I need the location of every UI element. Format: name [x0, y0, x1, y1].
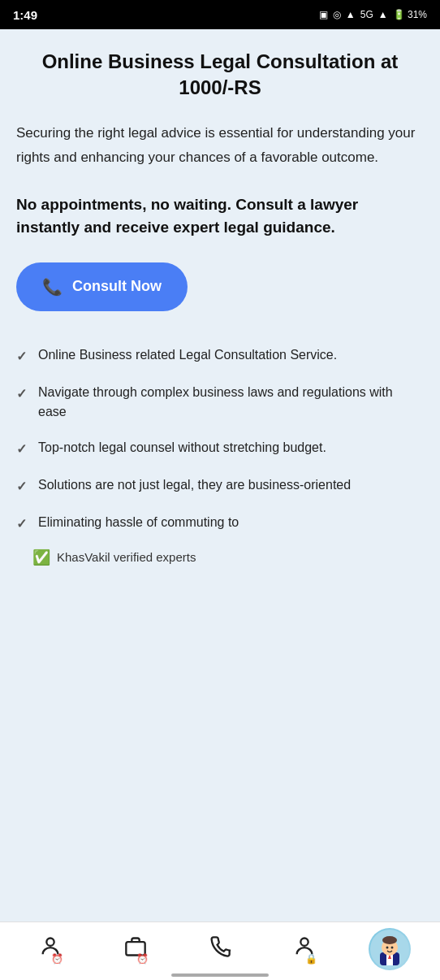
profile-clock-badge: ⏰	[51, 953, 63, 965]
lawyer-avatar-svg	[370, 930, 409, 969]
svg-point-2	[301, 938, 308, 945]
home-indicator	[171, 973, 269, 977]
battery-icon: 🔋 31%	[393, 9, 427, 20]
status-time: 1:49	[13, 8, 37, 22]
call-icon	[209, 935, 231, 963]
svg-point-9	[386, 946, 388, 948]
checklist-item-4-text: Solutions are not just legal, they are b…	[38, 475, 351, 495]
khasvakil-text: KhasVakil verified experts	[57, 550, 196, 564]
check-icon-4: ✓	[16, 477, 27, 497]
check-icon-2: ✓	[16, 384, 27, 404]
list-item: ✓ Online Business related Legal Consulta…	[16, 337, 424, 375]
5g-label: 5G	[360, 9, 373, 20]
list-item: ✓ Top-notch legal counsel without stretc…	[16, 430, 424, 467]
main-content: Online Business Legal Consultation at 10…	[0, 29, 440, 696]
nav-item-profile[interactable]: ⏰	[8, 935, 93, 963]
checklist-item-1-text: Online Business related Legal Consultati…	[38, 345, 337, 365]
consult-btn-label: Consult Now	[72, 278, 162, 295]
nav-item-avatar[interactable]	[347, 928, 432, 970]
tagline-text: No appointments, no waiting. Consult a l…	[16, 193, 424, 240]
bottom-nav: ⏰ ⏰ 🔒	[0, 921, 440, 980]
screen-record-icon: ▣	[319, 9, 328, 20]
consult-now-button[interactable]: 📞 Consult Now	[16, 262, 188, 311]
checklist-item-5-text: Eliminating hassle of commuting to	[38, 513, 239, 532]
svg-point-10	[390, 946, 393, 948]
khasvakil-bar: ✅ KhasVakil verified experts	[16, 542, 424, 631]
check-icon-1: ✓	[16, 347, 27, 366]
svg-point-8	[382, 936, 397, 944]
check-icon-5: ✓	[16, 514, 27, 534]
nav-item-cases[interactable]: ⏰	[93, 935, 177, 963]
wifi-icon: ◎	[333, 9, 341, 20]
verified-check-icon: ✅	[32, 549, 50, 566]
list-item: ✓ Navigate through complex business laws…	[16, 375, 424, 430]
cases-clock-badge: ⏰	[136, 953, 149, 965]
description-text: Securing the right legal advice is essen…	[16, 121, 424, 171]
checklist-item-3-text: Top-notch legal counsel without stretchi…	[38, 438, 326, 457]
page-title: Online Business Legal Consultation at 10…	[16, 49, 424, 102]
signal2-icon: ▲	[378, 9, 388, 20]
checklist-item-2-text: Navigate through complex business laws a…	[38, 383, 424, 422]
status-bar: 1:49 ▣ ◎ ▲ 5G ▲ 🔋 31%	[0, 0, 440, 29]
feature-checklist: ✓ Online Business related Legal Consulta…	[16, 337, 424, 542]
check-icon-3: ✓	[16, 440, 27, 459]
signal-icon: ▲	[346, 9, 356, 20]
account-lock-badge: 🔒	[305, 953, 317, 965]
status-icons: ▣ ◎ ▲ 5G ▲ 🔋 31%	[319, 9, 427, 20]
list-item: ✓ Solutions are not just legal, they are…	[16, 467, 424, 505]
phone-icon: 📞	[42, 277, 63, 297]
avatar-circle	[369, 928, 411, 970]
nav-item-call[interactable]	[178, 935, 262, 963]
nav-item-account[interactable]: 🔒	[262, 935, 347, 963]
list-item: ✓ Eliminating hassle of commuting to	[16, 505, 424, 542]
svg-point-0	[47, 938, 54, 945]
